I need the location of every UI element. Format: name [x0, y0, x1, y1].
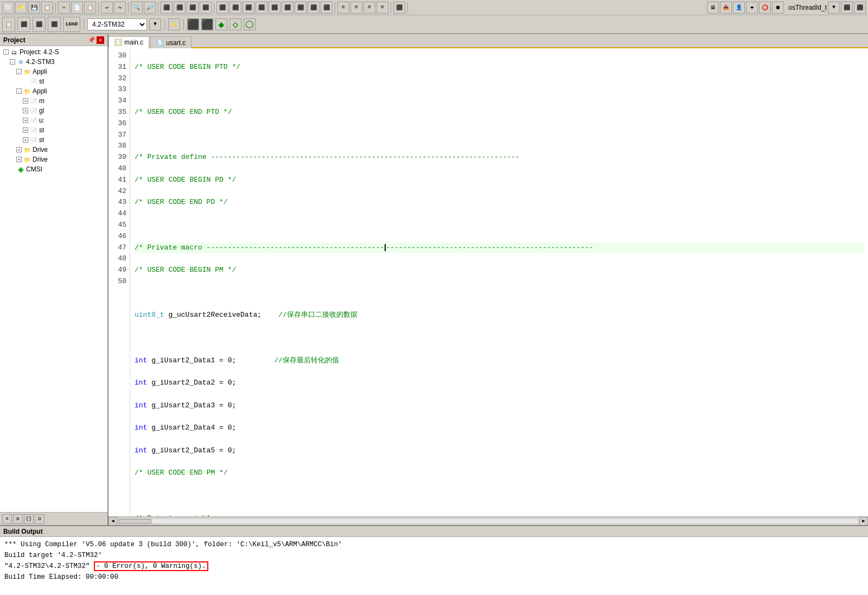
tb2-c1[interactable]: ⬛ — [187, 18, 199, 30]
tb-b11[interactable]: ⬛ — [295, 2, 307, 14]
editor-area: 📄 main.c 📄 usart.c 30 31 32 33 34 35 36 … — [108, 34, 868, 525]
tb-b7[interactable]: ⬛ — [242, 2, 254, 14]
tb-b16[interactable]: ≡ — [363, 2, 375, 14]
tb-b10[interactable]: ⬛ — [282, 2, 293, 14]
ln-49: 49 — [111, 265, 126, 276]
tree-item-gl[interactable]: + 📄 gl — [0, 106, 107, 116]
tb-user[interactable]: 👤 — [733, 2, 745, 14]
tb2-c4[interactable]: ◇ — [229, 18, 241, 30]
config-icon: ⚙ — [16, 57, 25, 66]
expand-m[interactable]: + — [23, 98, 28, 104]
tb-b14[interactable]: ≡ — [337, 2, 349, 14]
pb-b2[interactable]: ⚙ — [13, 514, 23, 524]
pb-b1[interactable]: ≡ — [2, 514, 12, 524]
tree-item-config[interactable]: - ⚙ 4.2-STM3 — [0, 57, 107, 67]
tree-item-drive1[interactable]: + 📁 Drive — [0, 145, 107, 155]
tb-heart[interactable]: ❤ — [746, 2, 758, 14]
tb2-load[interactable]: LOAD — [63, 17, 80, 32]
tb-find[interactable]: 🔍 — [131, 2, 143, 14]
tree-item-project[interactable]: - 🗂 Project: 4.2-S — [0, 47, 107, 57]
tree-item-st1[interactable]: 📄 st — [0, 76, 107, 86]
tb-save[interactable]: 💾 — [28, 2, 40, 14]
expand-st3[interactable]: + — [23, 137, 28, 143]
pb-b3[interactable]: {} — [24, 514, 34, 524]
config-select[interactable]: 4.2-STM32 — [87, 18, 147, 30]
hscroll-left[interactable]: ◀ — [108, 517, 117, 526]
tb-b5[interactable]: ⬛ — [216, 2, 228, 14]
tree-item-cmsi[interactable]: ◆ CMSI — [0, 164, 107, 174]
tb-redo[interactable]: ↪ — [114, 2, 126, 14]
tb-b18[interactable]: ⬛ — [393, 2, 405, 14]
tb-b12[interactable]: ⬛ — [308, 2, 320, 14]
tb-record[interactable]: ⏺ — [772, 2, 784, 14]
ln-41: 41 — [111, 175, 126, 186]
tb-saveall[interactable]: 📋 — [41, 2, 53, 14]
tb2-wand[interactable]: ✨ — [168, 18, 180, 30]
tb2-c2[interactable]: ⬛ — [201, 18, 213, 30]
tb2-b1[interactable]: 📋 — [2, 17, 15, 32]
tree-item-drive2[interactable]: + 📁 Drive — [0, 155, 107, 164]
tree-item-st2[interactable]: + 📄 st — [0, 125, 107, 135]
tab-label-usart: usart.c — [166, 39, 186, 47]
project-tree: - 🗂 Project: 4.2-S - ⚙ 4.2-STM3 - 📁 Appl… — [0, 46, 107, 512]
pin-icon[interactable]: 📌 — [88, 36, 95, 44]
tb-b2[interactable]: ⬛ — [174, 2, 186, 14]
tb2-c3[interactable]: ◆ — [215, 18, 227, 30]
code-line-30: /* USER CODE BEGIN PTD */ — [135, 62, 864, 73]
tab-main-c[interactable]: 📄 main.c — [108, 36, 149, 48]
tree-item-m[interactable]: + 📄 m — [0, 96, 107, 106]
tb-circle[interactable]: ⭕ — [759, 2, 771, 14]
tb-b6[interactable]: ⬛ — [229, 2, 241, 14]
tb-paste[interactable]: 📋 — [84, 2, 96, 14]
tb-replace[interactable]: 🔎 — [144, 2, 156, 14]
expand-u[interactable]: + — [23, 118, 28, 123]
tb-cut[interactable]: ✂ — [58, 2, 70, 14]
tree-item-u[interactable]: + 📄 u: — [0, 116, 107, 125]
tb2-b2[interactable]: ⬛ — [17, 17, 30, 32]
expand-appli2[interactable]: - — [16, 88, 22, 94]
tb2-b3[interactable]: ⬛ — [33, 17, 46, 32]
tb-dropdown[interactable]: ▼ — [828, 2, 840, 14]
tb-b1[interactable]: ⬛ — [161, 2, 173, 14]
tb-b17[interactable]: ≡ — [376, 2, 388, 14]
expand-st2[interactable]: + — [23, 127, 28, 133]
hscroll-right[interactable]: ▶ — [859, 517, 868, 526]
tb2-c5[interactable]: ⬡ — [244, 18, 256, 30]
pb-b4[interactable]: Ω — [35, 514, 44, 524]
expand-config[interactable]: - — [10, 59, 15, 65]
tree-item-st3[interactable]: + 📄 st — [0, 135, 107, 145]
tree-item-appli2[interactable]: - 📁 Appli — [0, 86, 107, 96]
tb-b9[interactable]: ⬛ — [269, 2, 280, 14]
tb-b8[interactable]: ⬛ — [256, 2, 267, 14]
toolbar-row1: ⬜ 📁 💾 📋 ✂ 📄 📋 ↩ ↪ 🔍 🔎 ⬛ ⬛ ⬛ ⬛ ⬛ ⬛ ⬛ ⬛ ⬛ … — [0, 0, 868, 15]
tb2-b4[interactable]: ⬛ — [48, 17, 61, 32]
expand-drive1[interactable]: + — [16, 147, 22, 152]
code-editor[interactable]: 30 31 32 33 34 35 36 37 38 39 40 41 42 4… — [108, 48, 868, 516]
sep2 — [98, 2, 99, 13]
close-panel-button[interactable]: ✕ — [97, 36, 104, 44]
expand-appli1[interactable]: - — [16, 69, 22, 74]
expand-drive2[interactable]: + — [16, 157, 22, 162]
tb-b4[interactable]: ⬛ — [200, 2, 212, 14]
hscroll-track[interactable] — [118, 519, 858, 524]
hscroll-thumb[interactable] — [119, 519, 151, 523]
tb-monitor[interactable]: 🖥 — [707, 2, 719, 14]
tb-b3[interactable]: ⬛ — [187, 2, 199, 14]
tb-b15[interactable]: ≡ — [350, 2, 362, 14]
tb-undo[interactable]: ↩ — [101, 2, 113, 14]
tb-new[interactable]: ⬜ — [2, 2, 14, 14]
code-content[interactable]: /* USER CODE BEGIN PTD */ /* USER CODE E… — [130, 48, 868, 516]
tb2-dd[interactable]: ▼ — [149, 18, 161, 30]
tb-copy[interactable]: 📄 — [71, 2, 83, 14]
tb-open[interactable]: 📁 — [15, 2, 27, 14]
tb-download[interactable]: 📥 — [720, 2, 732, 14]
tree-item-appli1[interactable]: - 📁 Appli — [0, 67, 107, 76]
ln-45: 45 — [111, 220, 126, 231]
tb-r1[interactable]: ⬛ — [841, 2, 853, 14]
expand-gl[interactable]: + — [23, 108, 28, 113]
expand-project[interactable]: - — [3, 49, 9, 55]
tb-b13[interactable]: ⬛ — [321, 2, 333, 14]
ln-47: 47 — [111, 242, 126, 254]
tb-r2[interactable]: ⬛ — [854, 2, 866, 14]
tab-usart-c[interactable]: 📄 usart.c — [150, 36, 192, 48]
